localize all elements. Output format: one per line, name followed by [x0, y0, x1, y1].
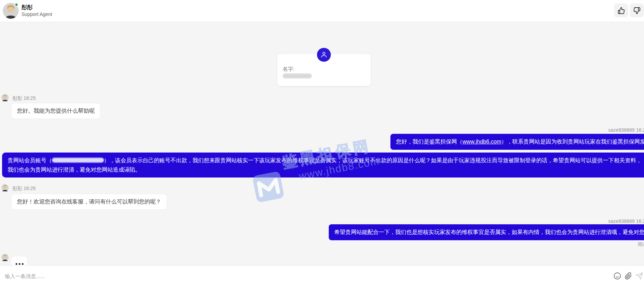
redacted-account-number [52, 158, 104, 163]
message-author: 彤彤 [12, 95, 22, 101]
read-receipt: 阅读 [638, 241, 644, 248]
message-text: 您好，我们是鉴黑担保网（ [396, 139, 462, 145]
chat-scroll-area[interactable]: 名字: 彤彤 16:25 您好。我能为您提供什么帮助呢 saze838689 1… [0, 22, 644, 265]
agent-name: 彤彤 [21, 4, 33, 11]
name-field-value-redacted [283, 73, 312, 78]
message-text: ），联系贵网站是因为收到贵网站玩家在我们鉴黑担保网发布的投诉。 [501, 139, 644, 145]
message-time: 16:25 [636, 127, 644, 133]
thumbs-up-icon [618, 7, 625, 14]
agent-message-bubble: 您好！欢迎您咨询在线客服，请问有什么可以帮到您的呢？ [11, 194, 167, 210]
message-text: 您好。我能为您提供什么帮助呢 [17, 108, 95, 114]
message-avatar [1, 94, 9, 101]
message-meta: 彤彤 16:26 [12, 185, 36, 192]
message-time: 16:26 [24, 185, 36, 191]
rate-positive-button[interactable] [614, 3, 628, 17]
emoji-button[interactable] [613, 272, 621, 280]
message-author: saze838689 [608, 127, 635, 133]
message-author: saze838689 [608, 218, 635, 224]
rate-negative-button[interactable] [630, 3, 644, 17]
message-meta: saze838689 16:26 [608, 218, 644, 224]
visitor-message-bubble: 您好，我们是鉴黑担保网（www.jhdb6.com），联系贵网站是因为收到贵网站… [390, 134, 644, 150]
message-meta: 彤彤 16:25 [12, 95, 36, 102]
message-time: 16:25 [24, 95, 36, 101]
message-meta: saze838689 16:25 [608, 127, 644, 133]
visitor-message-bubble: 贵网站会员账号（），该会员表示自己的账号不出款，我们想来跟贵网站核实一下该玩家发… [2, 153, 644, 177]
visitor-message-bubble: 希望贵网站能配合一下，我们也是想核实玩家发布的维权事宜是否属实，如果有内情，我们… [329, 224, 644, 240]
message-text: 您好！欢迎您咨询在线客服，请问有什么可以帮到您的呢？ [17, 199, 161, 205]
message-avatar [1, 254, 9, 261]
message-time: 16:26 [636, 218, 644, 224]
attach-file-button[interactable] [624, 272, 633, 280]
agent-message-bubble: 您好。我能为您提供什么帮助呢 [11, 103, 100, 119]
send-icon [636, 272, 643, 280]
message-text: 希望贵网站能配合一下，我们也是想核实玩家发布的维权事宜是否属实，如果有内情，我们… [334, 229, 644, 235]
message-avatar [1, 184, 9, 191]
online-status-dot [15, 3, 18, 7]
thumbs-down-icon [633, 7, 641, 14]
chat-header: 彤彤 Support Agent [0, 0, 644, 22]
send-button[interactable] [635, 272, 644, 280]
message-link[interactable]: www.jhdb6.com [462, 139, 501, 145]
name-field-label: 名字: [283, 66, 294, 72]
paperclip-icon [625, 272, 632, 280]
person-icon [320, 51, 327, 58]
agent-avatar [3, 3, 19, 19]
message-author: 彤彤 [12, 185, 22, 191]
message-text: 贵网站会员账号（ [8, 157, 52, 163]
prechat-person-badge [317, 48, 331, 62]
composer-bar [0, 265, 644, 286]
smile-icon [614, 272, 621, 280]
message-input[interactable] [5, 270, 594, 281]
agent-role: Support Agent [21, 11, 52, 17]
